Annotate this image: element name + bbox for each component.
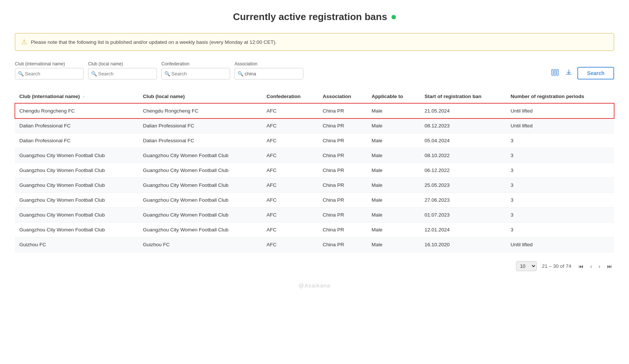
cell-club_intl: Guangzhou City Women Football Club <box>15 193 138 208</box>
cell-confederation: AFC <box>262 163 318 178</box>
cell-association: China PR <box>318 193 367 208</box>
cell-num_periods: 3 <box>506 148 614 163</box>
cell-applicable_to: Male <box>367 178 420 193</box>
cell-start_date: 27.06.2023 <box>420 193 506 208</box>
club-international-input[interactable] <box>15 68 84 79</box>
cell-club_local: Dalian Professional FC <box>138 118 262 133</box>
last-page-button[interactable]: ⏭ <box>605 262 614 270</box>
cell-applicable_to: Male <box>367 118 420 133</box>
cell-club_local: Guangzhou City Women Football Club <box>138 222 262 237</box>
status-dot <box>391 15 396 19</box>
cell-confederation: AFC <box>262 148 318 163</box>
cell-club_local: Guangzhou City Women Football Club <box>138 178 262 193</box>
notice-banner: ⚠ Please note that the following list is… <box>15 33 614 51</box>
cell-club_intl: Chengdu Rongcheng FC <box>15 103 138 118</box>
cell-club_local: Guangzhou City Women Football Club <box>138 163 262 178</box>
cell-confederation: AFC <box>262 208 318 222</box>
prev-page-button[interactable]: ‹ <box>588 262 594 270</box>
sort-arrow-icon: ↑ <box>83 94 85 99</box>
cell-confederation: AFC <box>262 237 318 252</box>
cell-num_periods: Until lifted <box>506 237 614 252</box>
next-page-button[interactable]: › <box>597 262 602 270</box>
cell-num_periods: 3 <box>506 222 614 237</box>
cell-num_periods: 3 <box>506 133 614 148</box>
cell-num_periods: 3 <box>506 208 614 222</box>
cell-num_periods: 3 <box>506 163 614 178</box>
cell-start_date: 12.01.2024 <box>420 222 506 237</box>
svg-rect-0 <box>552 69 553 75</box>
cell-applicable_to: Male <box>367 163 420 178</box>
club-local-input[interactable] <box>88 68 157 79</box>
table-row: Dalian Professional FCDalian Professiona… <box>15 133 614 148</box>
cell-club_intl: Guangzhou City Women Football Club <box>15 208 138 222</box>
cell-association: China PR <box>318 178 367 193</box>
confederation-input[interactable] <box>161 68 230 79</box>
col-confederation: Confederation <box>262 90 318 103</box>
cell-club_local: Dalian Professional FC <box>138 133 262 148</box>
table-row: Guangzhou City Women Football ClubGuangz… <box>15 148 614 163</box>
cell-confederation: AFC <box>262 193 318 208</box>
search-icon-3: 🔍 <box>164 71 170 77</box>
cell-applicable_to: Male <box>367 222 420 237</box>
filters-row: Club (international name) 🔍 Club (local … <box>15 61 614 79</box>
table-row: Dalian Professional FCDalian Professiona… <box>15 118 614 133</box>
cell-club_intl: Dalian Professional FC <box>15 133 138 148</box>
cell-applicable_to: Male <box>367 237 420 252</box>
confederation-filter: Confederation 🔍 <box>161 61 230 79</box>
cell-applicable_to: Male <box>367 208 420 222</box>
cell-applicable_to: Male <box>367 103 420 118</box>
club-international-label: Club (international name) <box>15 61 84 66</box>
cell-num_periods: Until lifted <box>506 103 614 118</box>
cell-club_local: Guizhou FC <box>138 237 262 252</box>
cell-start_date: 05.04.2024 <box>420 133 506 148</box>
cell-start_date: 16.10.2020 <box>420 237 506 252</box>
cell-num_periods: Until lifted <box>506 118 614 133</box>
cell-confederation: AFC <box>262 178 318 193</box>
association-filter: Association 🔍 <box>235 61 303 79</box>
page-title: Currently active registration bans <box>15 11 614 23</box>
cell-applicable_to: Male <box>367 133 420 148</box>
search-icon-2: 🔍 <box>91 71 97 77</box>
confederation-label: Confederation <box>161 61 230 66</box>
col-num-periods: Number of registration periods <box>506 90 614 103</box>
warning-icon: ⚠ <box>21 38 27 46</box>
cell-applicable_to: Male <box>367 148 420 163</box>
table-row: Guangzhou City Women Football ClubGuangz… <box>15 193 614 208</box>
per-page-select[interactable]: 10 25 50 100 <box>516 261 537 271</box>
download-icon-button[interactable] <box>564 68 574 79</box>
page-range-info: 21 – 30 of 74 <box>542 263 571 269</box>
cell-club_local: Guangzhou City Women Football Club <box>138 148 262 163</box>
first-page-button[interactable]: ⏮ <box>577 262 586 270</box>
cell-association: China PR <box>318 133 367 148</box>
table-row: Chengdu Rongcheng FCChengdu Rongcheng FC… <box>15 103 614 118</box>
cell-start_date: 06.12.2022 <box>420 163 506 178</box>
cell-club_intl: Guangzhou City Women Football Club <box>15 163 138 178</box>
watermark: @Asaikana <box>15 282 614 289</box>
club-local-filter: Club (local name) 🔍 <box>88 61 157 79</box>
association-label: Association <box>235 61 303 66</box>
cell-confederation: AFC <box>262 222 318 237</box>
svg-rect-1 <box>554 69 556 75</box>
cell-club_intl: Guangzhou City Women Football Club <box>15 148 138 163</box>
bans-table: Club (international name) ↑ Club (local … <box>15 90 614 252</box>
cell-club_local: Chengdu Rongcheng FC <box>138 103 262 118</box>
cell-club_intl: Guizhou FC <box>15 237 138 252</box>
cell-club_intl: Guangzhou City Women Football Club <box>15 178 138 193</box>
col-applicable-to: Applicable to <box>367 90 420 103</box>
cell-start_date: 21.05.2024 <box>420 103 506 118</box>
search-icon-1: 🔍 <box>18 71 24 77</box>
cell-club_intl: Dalian Professional FC <box>15 118 138 133</box>
col-club-intl[interactable]: Club (international name) ↑ <box>15 90 138 103</box>
search-button[interactable]: Search <box>577 67 614 79</box>
cell-club_local: Guangzhou City Women Football Club <box>138 208 262 222</box>
cell-start_date: 08.12.2023 <box>420 118 506 133</box>
cell-association: China PR <box>318 208 367 222</box>
club-local-label: Club (local name) <box>88 61 157 66</box>
col-start-date: Start of registration ban <box>420 90 506 103</box>
columns-icon-button[interactable] <box>550 68 560 79</box>
association-input[interactable] <box>235 68 303 79</box>
cell-association: China PR <box>318 148 367 163</box>
filter-actions: Search <box>550 67 614 79</box>
cell-start_date: 08.10.2022 <box>420 148 506 163</box>
table-row: Guangzhou City Women Football ClubGuangz… <box>15 222 614 237</box>
